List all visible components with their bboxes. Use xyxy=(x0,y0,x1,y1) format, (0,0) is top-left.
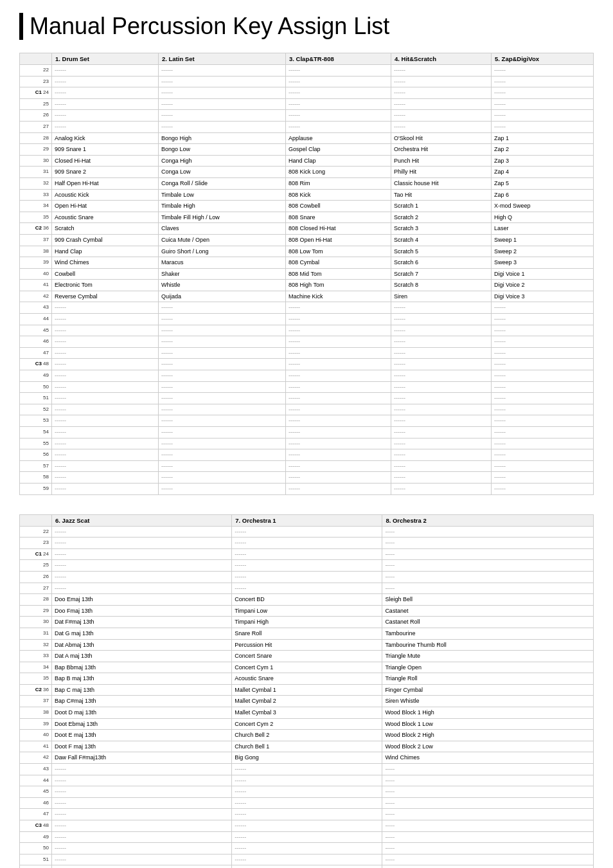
data-cell: ------ xyxy=(391,76,492,87)
data-cell: Snare Roll xyxy=(232,628,382,639)
data-cell: ------ xyxy=(52,336,159,348)
key-cell: 32 xyxy=(20,639,52,651)
data-cell: ------ xyxy=(52,415,159,427)
data-cell: Wood Block 1 Low xyxy=(382,718,594,730)
key-cell: 23 xyxy=(20,76,52,87)
data-cell: ------ xyxy=(286,347,391,359)
key-cell: 47 xyxy=(20,809,52,820)
table-row: 35Bap B maj 13thAcoustic SnareTriangle R… xyxy=(20,673,594,685)
key-cell: 45 xyxy=(20,786,52,798)
data-cell: Zap 2 xyxy=(492,144,594,156)
table-row: C3 48------------------------------ xyxy=(20,359,594,370)
data-cell: ------ xyxy=(492,381,594,393)
data-cell: Castanet Roll xyxy=(382,617,594,628)
key-cell: 31 xyxy=(20,628,52,639)
data-cell: ------ xyxy=(52,325,159,336)
col-hit-scratch: 4. Hit&Scratch xyxy=(391,53,492,65)
key-cell: 51 xyxy=(20,393,52,404)
data-cell: ------ xyxy=(286,121,391,132)
table-row: 55------------------------------ xyxy=(20,438,594,449)
key-cell: 39 xyxy=(20,718,52,730)
data-cell: Hand Clap xyxy=(286,155,391,167)
data-cell: ------ xyxy=(286,483,391,494)
key-cell: 47 xyxy=(20,347,52,359)
data-cell: ------ xyxy=(52,526,232,538)
data-cell: ------ xyxy=(391,87,492,99)
key-cell: 34 xyxy=(20,201,52,212)
key-cell: C1 24 xyxy=(20,548,52,560)
data-cell: ------ xyxy=(52,843,232,854)
table-row: 50----------------- xyxy=(20,843,594,854)
key-cell: 46 xyxy=(20,797,52,809)
data-cell: Cuica Mute / Open xyxy=(158,234,285,246)
table2-header: 6. Jazz Scat 7. Orchestra 1 8. Orchestra… xyxy=(20,514,594,526)
table-row: 42Daw Fall F#maj13thBig GongWind Chimes xyxy=(20,752,594,764)
data-cell: Digi Voice 2 xyxy=(492,280,594,291)
col-orch1: 7. Orchestra 1 xyxy=(232,514,382,526)
col-latin-set: 2. Latin Set xyxy=(158,53,285,65)
key-cell: 43 xyxy=(20,764,52,775)
key-cell: 55 xyxy=(20,438,52,449)
data-cell: 808 High Tom xyxy=(286,280,391,291)
data-cell: ----- xyxy=(382,809,594,820)
data-cell: ------ xyxy=(391,65,492,77)
data-cell: ------ xyxy=(232,526,382,538)
table-row: C3 48----------------- xyxy=(20,820,594,832)
data-cell: Church Bell 2 xyxy=(232,730,382,741)
data-cell: ------ xyxy=(391,438,492,449)
data-cell: Scratch 6 xyxy=(391,257,492,269)
data-cell: Percussion Hit xyxy=(232,639,382,651)
data-cell: Doot D maj 13th xyxy=(52,707,232,719)
data-cell: ------ xyxy=(52,854,232,865)
data-cell: ------ xyxy=(52,786,232,798)
data-cell: 808 Kick xyxy=(286,189,391,201)
table-row: 33Dat A maj 13thConcert SnareTriangle Mu… xyxy=(20,651,594,662)
table-row: 26----------------- xyxy=(20,571,594,583)
data-cell: Bongo Low xyxy=(158,144,285,156)
data-cell: ------ xyxy=(52,560,232,572)
data-cell: ------ xyxy=(232,797,382,809)
table-row: 30Closed Hi-HatConga HighHand ClapPunch … xyxy=(20,155,594,167)
data-cell: ------ xyxy=(158,427,285,439)
data-cell: Dat Abmaj 13th xyxy=(52,639,232,651)
key-cell: 50 xyxy=(20,381,52,393)
key-cell: 46 xyxy=(20,336,52,348)
data-cell: Sweep 1 xyxy=(492,234,594,246)
data-cell: ------ xyxy=(492,121,594,132)
data-cell: Closed Hi-Hat xyxy=(52,155,159,167)
data-cell: ------ xyxy=(52,302,159,314)
data-cell: ------ xyxy=(286,449,391,461)
key-cell: C1 24 xyxy=(20,87,52,99)
data-cell: ------ xyxy=(52,538,232,549)
data-cell: Punch Hit xyxy=(391,155,492,167)
data-cell: ----- xyxy=(382,775,594,786)
data-cell: Sweep 2 xyxy=(492,246,594,257)
key-cell: 22 xyxy=(20,65,52,77)
table-row: 56------------------------------ xyxy=(20,449,594,461)
key-cell: 35 xyxy=(20,212,52,223)
data-cell: ------ xyxy=(52,65,159,77)
data-cell: Concert BD xyxy=(232,594,382,606)
table-row: 28Doo Emaj 13thConcert BDSleigh Bell xyxy=(20,594,594,606)
data-cell: ------ xyxy=(232,854,382,865)
key-cell: 51 xyxy=(20,854,52,865)
key-cell: 52 xyxy=(20,865,52,868)
table-row: 39Doot Ebmaj 13thConcert Cym 2Wood Block… xyxy=(20,718,594,730)
data-cell: ------ xyxy=(158,65,285,77)
data-cell: ------ xyxy=(52,809,232,820)
data-cell: 909 Snare 2 xyxy=(52,167,159,178)
data-cell: ------ xyxy=(158,347,285,359)
data-cell: ------ xyxy=(158,325,285,336)
data-cell: Applause xyxy=(286,132,391,144)
data-cell: Daw Fall F#maj13th xyxy=(52,752,232,764)
key-cell: 32 xyxy=(20,177,52,189)
key-cell: 35 xyxy=(20,673,52,685)
col-orch2: 8. Orchestra 2 xyxy=(382,514,594,526)
data-cell: Scratch 5 xyxy=(391,246,492,257)
data-cell: Church Bell 1 xyxy=(232,741,382,752)
data-cell: 808 Closed Hi-Hat xyxy=(286,223,391,235)
key-cell: C3 48 xyxy=(20,359,52,370)
data-cell: ------ xyxy=(158,381,285,393)
data-cell: ------ xyxy=(158,87,285,99)
table-row: 25----------------- xyxy=(20,560,594,572)
